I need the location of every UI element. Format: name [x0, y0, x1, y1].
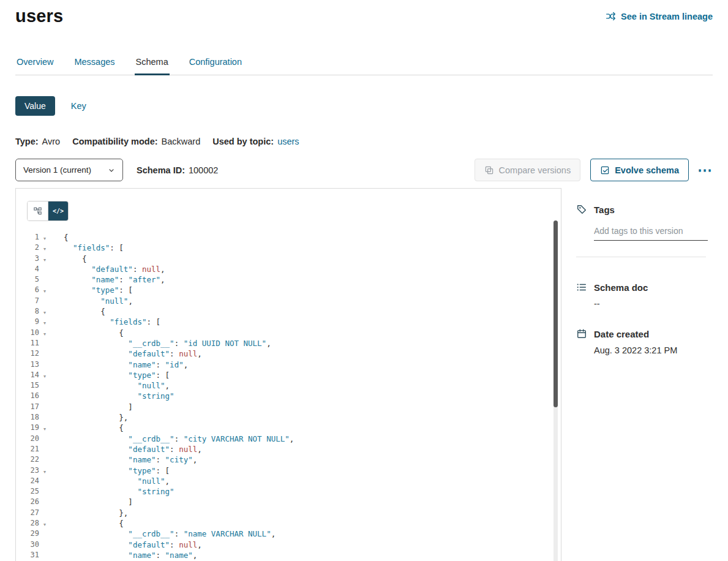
- code-line: 4 "default": null,: [16, 264, 561, 274]
- caret-spacer: [39, 392, 50, 402]
- code-line: 14▾ "type": [: [16, 370, 561, 380]
- line-number: 2: [16, 243, 39, 253]
- line-number: 15: [16, 380, 39, 391]
- code-text: },: [50, 412, 128, 423]
- schema-doc-value: --: [594, 299, 713, 309]
- code-text: {: [50, 328, 124, 338]
- code-text: "null",: [50, 476, 170, 486]
- line-number: 22: [16, 454, 39, 465]
- caret-spacer: [39, 413, 50, 424]
- caret-spacer: [39, 498, 50, 508]
- code-line: 23▾ "type": [: [16, 465, 561, 476]
- code-text: "name": "name",: [50, 550, 197, 560]
- key-tab-button[interactable]: Key: [71, 101, 86, 111]
- line-number: 11: [16, 338, 39, 348]
- calendar-icon: [576, 328, 587, 339]
- schema-meta: Type: Avro Compatibility mode: Backward …: [15, 137, 713, 146]
- code-text: "name": "id",: [50, 360, 188, 370]
- collapse-caret-icon[interactable]: ▾: [39, 233, 50, 244]
- caret-spacer: [39, 509, 50, 519]
- code-text: "type": [: [50, 285, 133, 295]
- schema-sidebar: Tags Schema doc -- Date created Aug. 3 2…: [561, 188, 713, 561]
- compatibility-value: Backward: [162, 137, 201, 146]
- code-line: 22 "name": "city",: [16, 454, 561, 465]
- collapse-caret-icon[interactable]: ▾: [39, 329, 50, 339]
- code-text: "default": null,: [50, 540, 202, 550]
- editor-scrollbar[interactable]: [554, 220, 558, 561]
- code-line: 27 },: [16, 508, 561, 518]
- code-text: "__crdb__": "city VARCHAR NOT NULL",: [50, 434, 294, 444]
- code-line: 10▾ {: [16, 328, 561, 338]
- schema-id-label: Schema ID:: [137, 165, 185, 175]
- code-text: "name": "city",: [50, 454, 197, 465]
- line-number: 16: [16, 391, 39, 401]
- schema-doc-section-header: Schema doc: [576, 282, 713, 293]
- code-text: ]: [50, 497, 133, 507]
- collapse-caret-icon[interactable]: ▾: [39, 318, 50, 328]
- line-number: 18: [16, 412, 39, 423]
- tab-messages[interactable]: Messages: [73, 52, 116, 75]
- code-line: 18 },: [16, 412, 561, 423]
- collapse-caret-icon[interactable]: ▾: [39, 371, 50, 382]
- caret-spacer: [39, 403, 50, 413]
- evolve-schema-label: Evolve schema: [615, 165, 679, 175]
- code-line: 3▾ {: [16, 254, 561, 264]
- date-created-title: Date created: [594, 329, 649, 339]
- code-line: 20 "__crdb__": "city VARCHAR NOT NULL",: [16, 434, 561, 444]
- tab-overview[interactable]: Overview: [15, 52, 54, 75]
- code-line: 17 ]: [16, 402, 561, 412]
- caret-spacer: [39, 445, 50, 456]
- caret-spacer: [39, 488, 50, 498]
- compare-versions-button[interactable]: Compare versions: [475, 159, 581, 181]
- code-view-button[interactable]: </>: [48, 201, 68, 220]
- stream-lineage-link[interactable]: See in Stream lineage: [606, 11, 713, 21]
- code-line: 29 "__crdb__": "name VARCHAR NULL",: [16, 529, 561, 539]
- code-line: 15 "null",: [16, 380, 561, 391]
- editor-scrollbar-thumb[interactable]: [554, 220, 558, 407]
- version-bar: Version 1 (current) Schema ID: 100002 Co…: [15, 159, 713, 181]
- line-number: 30: [16, 540, 39, 550]
- code-text: "string": [50, 486, 174, 497]
- collapse-caret-icon[interactable]: ▾: [39, 424, 50, 434]
- line-number: 5: [16, 274, 39, 285]
- code-line: 31 "name": "name",: [16, 550, 561, 560]
- code-text: },: [50, 508, 128, 518]
- code-line: 30 "default": null,: [16, 540, 561, 550]
- line-number: 4: [16, 264, 39, 274]
- code-text: {: [50, 232, 69, 243]
- caret-spacer: [39, 339, 50, 350]
- sidebar-divider: [576, 257, 706, 257]
- code-line: 13 "name": "id",: [16, 360, 561, 370]
- collapse-caret-icon[interactable]: ▾: [39, 286, 50, 296]
- line-number: 8: [16, 306, 39, 317]
- line-number: 31: [16, 550, 39, 560]
- value-tab-button[interactable]: Value: [15, 96, 55, 116]
- collapse-caret-icon[interactable]: ▾: [39, 307, 50, 318]
- code-text: "fields": [: [50, 317, 160, 327]
- code-text: "null",: [50, 380, 170, 391]
- code-text: "type": [: [50, 465, 170, 476]
- tab-configuration[interactable]: Configuration: [188, 52, 243, 75]
- collapse-caret-icon[interactable]: ▾: [39, 467, 50, 477]
- line-number: 9: [16, 317, 39, 327]
- collapse-caret-icon[interactable]: ▾: [39, 244, 50, 254]
- collapse-caret-icon[interactable]: ▾: [39, 255, 50, 265]
- tab-schema[interactable]: Schema: [135, 52, 170, 75]
- line-number: 6: [16, 285, 39, 295]
- caret-spacer: [39, 350, 50, 360]
- type-label: Type:: [15, 137, 39, 146]
- line-number: 25: [16, 486, 39, 497]
- stream-lineage-icon: [606, 11, 616, 21]
- page-title: users: [15, 6, 63, 26]
- topic-link[interactable]: users: [277, 137, 299, 146]
- tree-view-button[interactable]: [28, 201, 48, 220]
- caret-spacer: [39, 265, 50, 276]
- tags-input[interactable]: [594, 225, 708, 241]
- code-line: 16 "string": [16, 391, 561, 401]
- evolve-schema-button[interactable]: Evolve schema: [590, 159, 689, 181]
- version-select[interactable]: Version 1 (current): [15, 159, 123, 181]
- code-text: {: [50, 306, 105, 317]
- collapse-caret-icon[interactable]: ▾: [39, 519, 50, 530]
- more-options-button[interactable]: ⋯: [697, 164, 713, 176]
- code-text: ]: [50, 402, 133, 412]
